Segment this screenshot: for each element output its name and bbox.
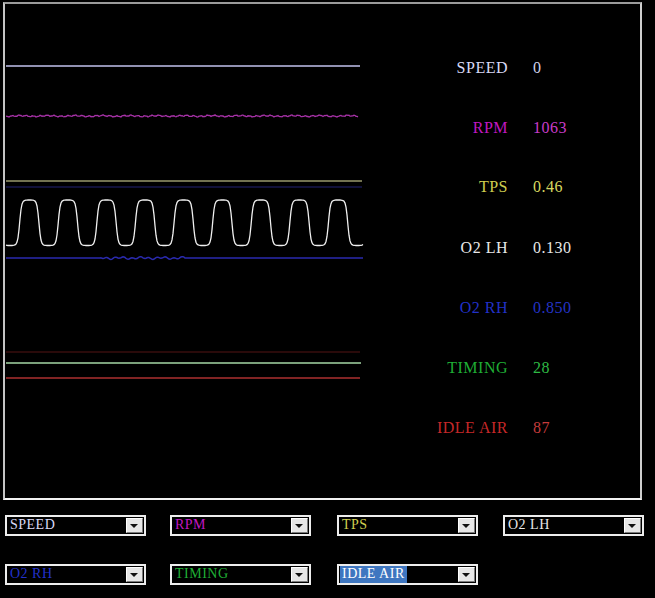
readout-label: RPM	[370, 117, 508, 139]
readout-value: 0.850	[533, 297, 572, 319]
readout-value: 0.130	[533, 237, 572, 259]
dropdown-arrow-button[interactable]	[458, 567, 475, 582]
readout-speed: SPEED 0	[0, 57, 648, 79]
readout-timing: TIMING 28	[0, 357, 648, 379]
combo-selected-value: IDLE AIR	[340, 566, 407, 583]
readout-label: O2 RH	[370, 297, 508, 319]
combo-selected-value: O2 LH	[508, 517, 550, 534]
readout-label: TIMING	[370, 357, 508, 379]
channel-select-o2-rh[interactable]: O2 RH	[5, 564, 146, 585]
readout-label: TPS	[370, 176, 508, 198]
dropdown-arrow-button[interactable]	[126, 518, 143, 533]
chevron-down-icon	[130, 524, 138, 528]
readout-value: 87	[533, 417, 550, 439]
readout-value: 0.46	[533, 176, 563, 198]
channel-select-tps[interactable]: TPS	[337, 515, 478, 536]
readout-value: 1063	[533, 117, 567, 139]
dropdown-arrow-button[interactable]	[291, 518, 308, 533]
readout-label: IDLE AIR	[370, 417, 508, 439]
combo-selected-value: TIMING	[175, 566, 229, 583]
dropdown-arrow-button[interactable]	[458, 518, 475, 533]
chevron-down-icon	[295, 573, 303, 577]
dropdown-arrow-button[interactable]	[291, 567, 308, 582]
dropdown-arrow-button[interactable]	[126, 567, 143, 582]
dropdown-arrow-button[interactable]	[624, 518, 641, 533]
channel-select-rpm[interactable]: RPM	[170, 515, 311, 536]
channel-select-o2-lh[interactable]: O2 LH	[503, 515, 644, 536]
readout-value: 0	[533, 57, 542, 79]
chevron-down-icon	[130, 573, 138, 577]
scan-tool-window: SPEED 0 RPM 1063 TPS 0.46 O2 LH 0.130 O2…	[0, 0, 655, 598]
chevron-down-icon	[462, 524, 470, 528]
readout-value: 28	[533, 357, 550, 379]
channel-select-idle-air[interactable]: IDLE AIR	[337, 564, 478, 585]
readout-label: O2 LH	[370, 237, 508, 259]
combo-selected-value: SPEED	[10, 517, 55, 534]
combo-selected-value: RPM	[175, 517, 206, 534]
readout-o2-lh: O2 LH 0.130	[0, 237, 648, 259]
chevron-down-icon	[295, 524, 303, 528]
channel-select-timing[interactable]: TIMING	[170, 564, 311, 585]
chevron-down-icon	[462, 573, 470, 577]
combo-selected-value: O2 RH	[10, 566, 53, 583]
combo-selected-value: TPS	[342, 517, 368, 534]
readout-tps: TPS 0.46	[0, 176, 648, 198]
channel-select-speed[interactable]: SPEED	[5, 515, 146, 536]
readout-rpm: RPM 1063	[0, 117, 648, 139]
chevron-down-icon	[628, 524, 636, 528]
readout-idle-air: IDLE AIR 87	[0, 417, 648, 439]
readout-o2-rh: O2 RH 0.850	[0, 297, 648, 319]
readout-label: SPEED	[370, 57, 508, 79]
